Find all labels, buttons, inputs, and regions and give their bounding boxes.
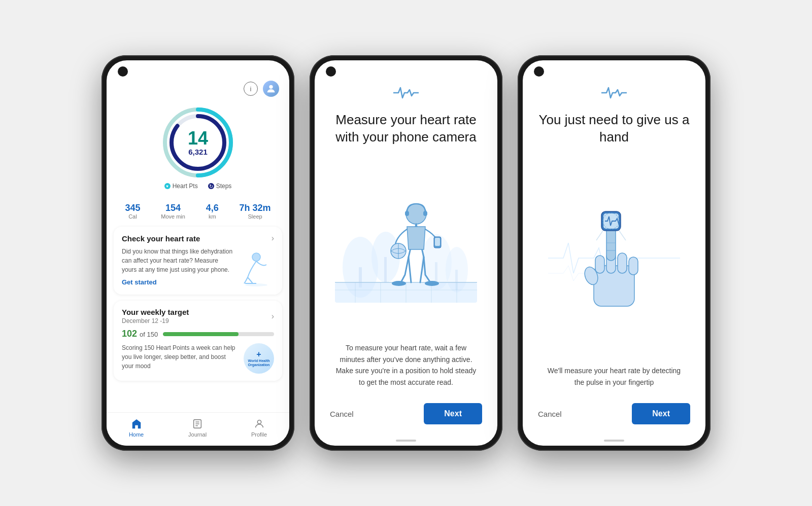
- card-header: Check your heart rate ›: [122, 234, 274, 243]
- pulse-icon-1: [393, 86, 419, 103]
- who-badge: + World HealthOrganization: [244, 343, 274, 374]
- svg-point-36: [392, 281, 406, 286]
- weekly-progress-row: 102 of 150: [122, 329, 274, 339]
- onboard-screen-1: Measure your heart rate with your phone …: [315, 60, 497, 446]
- phone-1-notch: [118, 66, 128, 77]
- onboard-illustration-1: [315, 156, 497, 338]
- onboard-illustration-2: [523, 156, 705, 360]
- phone-3-screen: You just need to give us a hand: [523, 60, 705, 446]
- weekly-body: Scoring 150 Heart Points a week can help…: [122, 343, 274, 374]
- svg-rect-16: [384, 257, 387, 282]
- bottom-nav: Home Journal Profile: [107, 412, 289, 446]
- journal-icon: [191, 418, 204, 430]
- movemin-metric: 154 Move min: [161, 203, 185, 220]
- onboard-actions-2: Cancel Next: [523, 396, 705, 440]
- ring-center: 14 6,321: [188, 129, 208, 156]
- weekly-target-card: Your weekly target December 12 -19 › 102…: [114, 301, 282, 381]
- weekly-chevron-icon[interactable]: ›: [272, 312, 274, 321]
- svg-point-37: [425, 281, 439, 286]
- onboard-actions-1: Cancel Next: [315, 396, 497, 440]
- heart-pts-value: 14: [188, 129, 208, 148]
- profile-icon: [253, 418, 265, 430]
- next-button-1[interactable]: Next: [424, 403, 482, 424]
- phone-2: Measure your heart rate with your phone …: [310, 55, 502, 451]
- onboard-desc-2: We'll measure your heart rate by detecti…: [523, 360, 705, 396]
- card-title: Check your heart rate: [122, 234, 200, 243]
- avatar[interactable]: [263, 81, 279, 97]
- sleep-metric: 7h 32m Sleep: [240, 203, 271, 220]
- km-metric: 4,6 km: [206, 203, 219, 220]
- svg-rect-41: [618, 253, 627, 273]
- phone-1: i: [101, 55, 294, 451]
- next-button-2[interactable]: Next: [632, 403, 690, 424]
- stats-ring-container: 14 6,321 ♥ Heart Pts ↻ Steps: [107, 102, 289, 199]
- heart-rate-card: Check your heart rate › Did you know tha…: [114, 227, 282, 295]
- cal-metric: 345 Cal: [125, 203, 140, 220]
- nav-home[interactable]: Home: [129, 418, 144, 438]
- nav-profile[interactable]: Profile: [251, 418, 267, 438]
- phone-2-screen: Measure your heart rate with your phone …: [315, 60, 497, 446]
- onboard-title-2: You just need to give us a hand: [538, 112, 690, 146]
- progress-bar: [163, 332, 274, 336]
- card-illustration: [239, 247, 274, 287]
- home-header: i: [107, 60, 289, 102]
- weekly-header: Your weekly target December 12 -19 ›: [122, 308, 274, 324]
- chevron-icon[interactable]: ›: [272, 234, 274, 243]
- home-screen: i: [107, 60, 289, 446]
- home-label: Home: [129, 431, 144, 438]
- weekly-pts: 102 of 150: [122, 329, 158, 339]
- onboard-top-2: You just need to give us a hand: [523, 60, 705, 156]
- steps-label: ↻ Steps: [208, 183, 232, 190]
- onboard-top-1: Measure your heart rate with your phone …: [315, 60, 497, 156]
- svg-point-7: [252, 253, 260, 261]
- onboard-desc-1: To measure your heart rate, wait a few m…: [315, 337, 497, 396]
- steps-value: 6,321: [188, 148, 208, 156]
- profile-label: Profile: [251, 431, 267, 438]
- weekly-text: Scoring 150 Heart Points a week can help…: [122, 343, 239, 374]
- progress-bar-fill: [163, 332, 239, 336]
- svg-point-0: [269, 85, 273, 89]
- onboard-screen-2: You just need to give us a hand: [523, 60, 705, 446]
- bottom-indicator-2: [604, 440, 624, 442]
- info-button[interactable]: i: [244, 82, 258, 96]
- cancel-button-2[interactable]: Cancel: [538, 410, 562, 418]
- phones-container: i: [101, 55, 710, 451]
- phone-3: You just need to give us a hand: [518, 55, 710, 451]
- metrics-row: 345 Cal 154 Move min 4,6 km 7h 32m Sleep: [107, 199, 289, 224]
- weekly-date: December 12 -19: [122, 317, 189, 324]
- pulse-icon-2: [601, 86, 627, 103]
- journal-label: Journal: [188, 431, 207, 438]
- heart-pts-label: ♥ Heart Pts: [164, 183, 198, 190]
- svg-rect-39: [595, 256, 604, 273]
- card-body: Did you know that things like dehydratio…: [122, 247, 274, 287]
- stats-ring: 14 6,321: [160, 104, 236, 180]
- svg-rect-31: [423, 211, 427, 216]
- svg-point-12: [257, 420, 261, 424]
- home-icon: [130, 418, 143, 430]
- phone-3-notch: [534, 66, 544, 77]
- onboard-title-1: Measure your heart rate with your phone …: [330, 112, 482, 146]
- get-started-link[interactable]: Get started: [122, 278, 233, 286]
- bottom-indicator-1: [396, 440, 416, 442]
- svg-rect-35: [435, 238, 440, 246]
- metric-labels: ♥ Heart Pts ↻ Steps: [164, 180, 232, 194]
- phone-2-notch: [326, 66, 336, 77]
- card-text: Did you know that things like dehydratio…: [122, 247, 233, 274]
- phone-1-screen: i: [107, 60, 289, 446]
- weekly-title: Your weekly target: [122, 308, 189, 316]
- svg-rect-30: [405, 211, 409, 216]
- nav-journal[interactable]: Journal: [188, 418, 207, 438]
- svg-rect-42: [629, 257, 638, 275]
- cancel-button-1[interactable]: Cancel: [330, 410, 354, 418]
